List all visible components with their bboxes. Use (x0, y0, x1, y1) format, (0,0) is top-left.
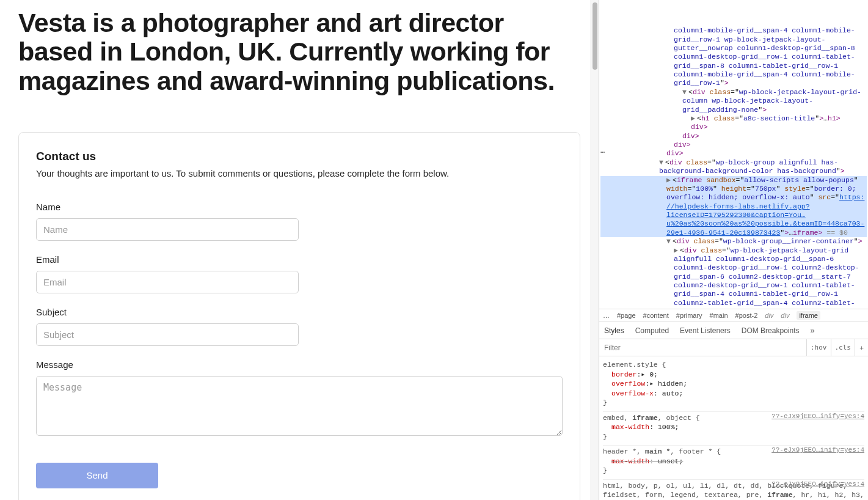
card-title: Contact us (36, 150, 563, 163)
dom-line[interactable]: 29e1-4936-9541-20c139873423">…iframe> ==… (600, 229, 867, 237)
field-email: Email (36, 254, 563, 293)
dom-line[interactable]: background-background-color has-backgrou… (600, 167, 867, 175)
source-link[interactable]: ??-eJx9jEEO…inify=yes:4 (771, 480, 864, 489)
css-rule[interactable]: embed, iframe, object {??-eJx9jEEO…inify… (603, 412, 864, 446)
dom-line[interactable]: div> (600, 141, 867, 149)
dom-line[interactable]: grid__span-8 column1-tablet-grid__row-1 (600, 62, 867, 70)
dom-line[interactable]: ▶<div class="wp-block-jetpack-layout-gri… (600, 246, 867, 255)
more-tabs-icon[interactable]: » (810, 326, 814, 335)
label-subject: Subject (36, 307, 563, 317)
css-rule[interactable]: element.style {border:▸ 0;overflow:▸ hid… (603, 359, 864, 412)
breadcrumb-item[interactable]: #post-2 (735, 312, 758, 319)
breadcrumb-item[interactable]: iframe (797, 311, 820, 320)
scrollbar-track (590, 0, 599, 500)
dom-line[interactable]: u%20as%20soon%20as%20possible.&teamID=44… (600, 219, 867, 228)
styles-tab[interactable]: Styles (604, 326, 624, 335)
input-subject[interactable] (36, 323, 299, 346)
css-rule[interactable]: header *, main *, footer * {??-eJx9jEEO…… (603, 446, 864, 480)
devtools-panel: ⋯ column1-mobile-grid__span-4 column1-mo… (599, 0, 868, 500)
send-button[interactable]: Send (36, 463, 158, 488)
css-rule[interactable]: html, body, p, ol, ul, li, dl, dt, dd, b… (603, 480, 864, 500)
dom-line[interactable]: grid__row-1 wp-block-jetpack-layout- (600, 35, 867, 44)
breadcrumb-bar: …#page#content#primary#main#post-2divdiv… (599, 309, 868, 322)
contact-card: Contact us Your thoughts are important t… (18, 132, 580, 500)
card-intro: Your thoughts are important to us. To su… (36, 168, 563, 178)
styles-filter-input[interactable] (599, 341, 806, 355)
cls-toggle[interactable]: .cls (831, 339, 855, 356)
dom-line[interactable]: ▶<h1 class="a8c-section-title">…h1> (600, 114, 867, 123)
breadcrumb-item[interactable]: #main (710, 312, 728, 319)
dom-line[interactable]: ▼<div class="wp-block-jetpack-layout-gri… (600, 88, 867, 97)
scrollbar-thumb[interactable] (593, 2, 597, 70)
input-message[interactable] (36, 376, 563, 436)
page-preview: Vesta is a photographer and art director… (0, 0, 599, 500)
dom-line[interactable]: div> (600, 132, 867, 141)
dom-tree[interactable]: ⋯ column1-mobile-grid__span-4 column1-mo… (599, 0, 868, 309)
field-name: Name (36, 202, 563, 241)
dom-line[interactable]: column1-mobile-grid__span-4 column1-mobi… (600, 70, 867, 79)
dom-line[interactable]: grid__span-4 column1-tablet-grid__row-1 (600, 290, 867, 298)
styles-tab[interactable]: Event Listeners (680, 326, 731, 335)
dom-line[interactable]: ▶<iframe sandbox="allow-scripts allow-po… (600, 176, 867, 185)
hov-toggle[interactable]: :hov (806, 339, 831, 356)
dom-line[interactable]: grid__span-6 column2-desktop-grid__start… (600, 273, 867, 281)
breadcrumb-item[interactable]: … (603, 312, 610, 319)
overflow-ellipsis-icon[interactable]: ⋯ (599, 149, 607, 158)
dom-line[interactable]: ▼<div class="wp-block-group alignfull ha… (600, 158, 867, 167)
styles-body[interactable]: element.style {border:▸ 0;overflow:▸ hid… (599, 356, 868, 500)
dom-line[interactable]: //helpdesk-forms-labs.netlify.app? (600, 202, 867, 211)
source-link[interactable]: ??-eJx9jEEO…inify=yes:4 (771, 446, 864, 455)
styles-filter-row: :hov .cls + (599, 339, 868, 356)
styles-tab[interactable]: Computed (635, 326, 669, 335)
dom-line[interactable]: grid__padding-none"> (600, 106, 867, 114)
dom-line[interactable]: div> (600, 149, 867, 158)
dom-line[interactable]: overflow: hidden; overflow-x: auto" src=… (600, 193, 867, 202)
breadcrumb-item[interactable]: #primary (676, 312, 702, 319)
input-name[interactable] (36, 218, 299, 241)
new-style-rule-icon[interactable]: + (855, 339, 868, 356)
dom-line[interactable]: alignfull column1-desktop-grid__span-6 (600, 255, 867, 263)
dom-line[interactable]: column2-desktop-grid__row-1 column1-tabl… (600, 281, 867, 290)
dom-line[interactable]: grid__row-1"> (600, 79, 867, 87)
dom-line[interactable]: column1-desktop-grid__row-1 column2-desk… (600, 263, 867, 272)
dom-line[interactable]: gutter__nowrap column1-desktop-grid__spa… (600, 44, 867, 53)
dom-line[interactable]: column wp-block-jetpack-layout- (600, 97, 867, 105)
hero-title: Vesta is a photographer and art director… (18, 9, 580, 95)
breadcrumb-item[interactable]: #page (617, 312, 636, 319)
breadcrumb-item[interactable]: div (781, 312, 789, 319)
dom-line[interactable]: column1-mobile-grid__span-4 column1-mobi… (600, 26, 867, 35)
dom-line[interactable]: column1-desktop-grid__row-1 column1-tabl… (600, 53, 867, 61)
dom-line[interactable]: ▼<div class="wp-block-group__inner-conta… (600, 237, 867, 246)
dom-line[interactable]: div> (600, 123, 867, 131)
label-name: Name (36, 202, 563, 212)
field-subject: Subject (36, 307, 563, 346)
label-email: Email (36, 254, 563, 265)
dom-line[interactable]: column2-tablet-grid__span-4 column2-tabl… (600, 299, 867, 307)
label-message: Message (36, 359, 563, 370)
styles-tab[interactable]: DOM Breakpoints (742, 326, 800, 335)
styles-tabs: StylesComputedEvent ListenersDOM Breakpo… (599, 322, 868, 339)
dom-line[interactable]: licenseID=1795292300&caption=You… (600, 211, 867, 219)
dom-line[interactable]: grid__start-5 column2-tablet-grid__row-1 (600, 307, 867, 309)
source-link[interactable]: ??-eJx9jEEO…inify=yes:4 (771, 412, 864, 421)
dom-line[interactable]: width="100%" height="750px" style="borde… (600, 185, 867, 193)
input-email[interactable] (36, 271, 299, 293)
breadcrumb-item[interactable]: #content (643, 312, 669, 319)
field-message: Message (36, 359, 563, 438)
breadcrumb-item[interactable]: div (765, 312, 773, 319)
